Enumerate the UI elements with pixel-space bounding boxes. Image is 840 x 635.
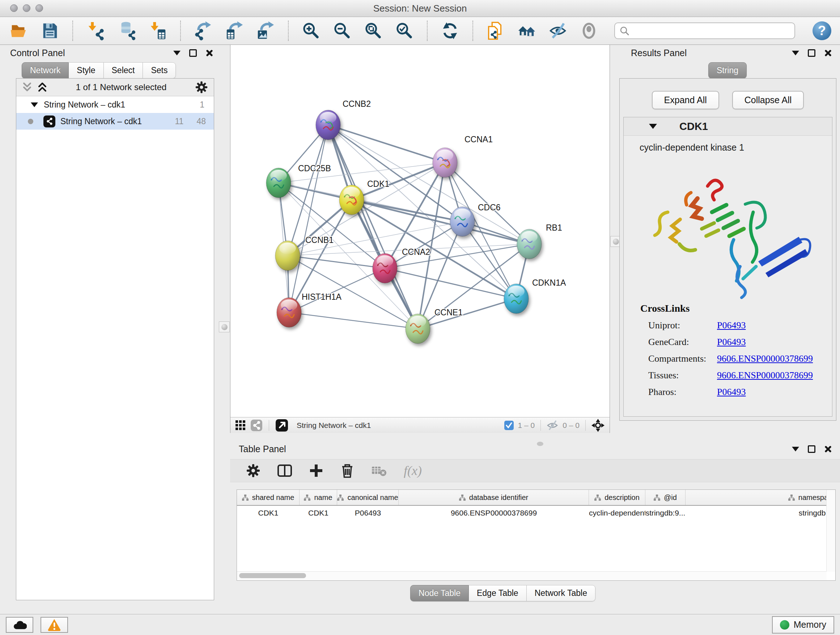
- search-input[interactable]: [630, 25, 790, 36]
- graph-edge[interactable]: [385, 222, 462, 268]
- network-mode-icon[interactable]: [251, 420, 262, 431]
- tab-network-table[interactable]: Network Table: [527, 585, 595, 601]
- graph-edge[interactable]: [289, 268, 385, 312]
- tab-sets[interactable]: Sets: [143, 62, 176, 79]
- graph-edge[interactable]: [328, 125, 418, 329]
- table-settings-gear-icon[interactable]: [246, 463, 261, 478]
- select-columns-icon[interactable]: [277, 463, 292, 478]
- graph-node-CDKN1A[interactable]: [504, 284, 529, 314]
- panel-float-icon[interactable]: [792, 447, 799, 451]
- table-cell[interactable]: CDK1: [300, 506, 337, 521]
- graph-edge[interactable]: [289, 125, 328, 312]
- grid-mode-icon[interactable]: [235, 420, 246, 431]
- horizontal-scrollbar[interactable]: [237, 571, 827, 580]
- tab-network[interactable]: Network: [22, 62, 69, 79]
- column-header-canonical-name[interactable]: canonical name: [337, 490, 399, 505]
- graph-node-HIST1H1A[interactable]: [277, 298, 302, 327]
- collapse-all-icon[interactable]: [22, 82, 32, 93]
- table-cell[interactable]: P06493: [337, 506, 399, 521]
- graph-node-CCNB2[interactable]: [316, 110, 340, 140]
- column-header-name[interactable]: name: [300, 490, 337, 505]
- table-cell[interactable]: stringdb:9...: [645, 506, 685, 521]
- column-header--id[interactable]: @id: [645, 490, 685, 505]
- network-graph[interactable]: CCNB2CCNA1CDC25BCDK1CDC6RB1CCNB1CCNA2CDK…: [231, 45, 609, 417]
- tab-node-table[interactable]: Node Table: [410, 585, 469, 601]
- expand-all-icon[interactable]: [37, 82, 47, 93]
- open-session-button[interactable]: [9, 21, 29, 41]
- export-network-file-button[interactable]: [193, 21, 213, 41]
- left-splitter-handle[interactable]: [219, 321, 230, 333]
- table-cell[interactable]: 9606.ENSP00000378699: [399, 506, 589, 521]
- network-view[interactable]: CCNB2CCNA1CDC25BCDK1CDC6RB1CCNB1CCNA2CDK…: [230, 45, 610, 433]
- graph-node-CCNE1[interactable]: [406, 314, 430, 344]
- column-header-description[interactable]: description: [589, 490, 645, 505]
- gene-section-header[interactable]: CDK1: [624, 117, 832, 136]
- graph-edge[interactable]: [289, 312, 418, 329]
- add-column-icon[interactable]: [309, 463, 324, 478]
- cloud-status-button[interactable]: [6, 617, 33, 633]
- graph-node-CDC25B[interactable]: [266, 168, 291, 198]
- tab-select[interactable]: Select: [104, 62, 143, 79]
- zoom-out-button[interactable]: [332, 21, 352, 41]
- import-network-file-button[interactable]: [85, 21, 106, 41]
- birds-eye-view-icon[interactable]: [592, 419, 605, 432]
- export-table-file-button[interactable]: [224, 21, 245, 41]
- show-all-button[interactable]: [579, 21, 599, 41]
- collapse-all-button[interactable]: Collapse All: [732, 91, 804, 109]
- clone-network-button[interactable]: [485, 21, 506, 41]
- vertical-scrollbar[interactable]: [826, 490, 835, 572]
- table-cell[interactable]: CDK1: [237, 506, 300, 521]
- panel-close-icon[interactable]: [205, 49, 213, 57]
- graph-node-CCNA2[interactable]: [373, 253, 397, 283]
- memory-button[interactable]: Memory: [772, 616, 834, 633]
- node-table-row[interactable]: CDK1CDK1P064939606.ENSP00000378699cyclin…: [237, 506, 835, 521]
- panel-maximize-icon[interactable]: [808, 49, 815, 57]
- panel-maximize-icon[interactable]: [808, 445, 815, 453]
- graph-node-RB1[interactable]: [517, 229, 542, 259]
- tree-expander-icon[interactable]: [31, 103, 38, 107]
- warnings-button[interactable]: [41, 617, 68, 633]
- column-header-namespace[interactable]: namespace: [685, 490, 836, 505]
- crosslink-link[interactable]: P06493: [717, 337, 745, 348]
- open-in-window-icon[interactable]: [276, 419, 288, 432]
- import-network-database-button[interactable]: [117, 21, 137, 41]
- expand-all-button[interactable]: Expand All: [652, 91, 719, 109]
- help-button[interactable]: ?: [813, 21, 831, 40]
- scrollbar-thumb[interactable]: [239, 573, 306, 578]
- graph-node-CCNA1[interactable]: [433, 148, 457, 177]
- graph-node-CDK1[interactable]: [339, 185, 364, 215]
- hide-selected-button[interactable]: [548, 21, 568, 41]
- graph-node-CDC6[interactable]: [450, 207, 475, 236]
- panel-float-icon[interactable]: [792, 51, 799, 55]
- zoom-selected-button[interactable]: [394, 21, 415, 41]
- network-collection-row[interactable]: String Network – cdk1 1: [16, 96, 214, 113]
- import-table-file-button[interactable]: [148, 21, 168, 41]
- network-row-selected[interactable]: String Network – cdk1 11 48: [16, 113, 214, 130]
- crosslink-link[interactable]: 9606.ENSP00000378699: [717, 370, 813, 381]
- tab-string[interactable]: String: [708, 62, 747, 79]
- save-session-button[interactable]: [40, 21, 60, 41]
- export-image-button[interactable]: [256, 21, 276, 41]
- panel-close-icon[interactable]: [824, 49, 832, 57]
- table-cell[interactable]: cyclin-dependent ...: [589, 506, 645, 521]
- panel-maximize-icon[interactable]: [189, 49, 197, 57]
- refresh-button[interactable]: [440, 21, 460, 41]
- zoom-fit-button[interactable]: [363, 21, 384, 41]
- graph-edge[interactable]: [418, 299, 516, 329]
- panel-close-icon[interactable]: [824, 445, 832, 453]
- crosslink-link[interactable]: P06493: [717, 386, 745, 397]
- column-header-database-identifier[interactable]: database identifier: [399, 490, 589, 505]
- table-cell[interactable]: stringdb: [685, 506, 836, 521]
- first-neighbors-button[interactable]: [516, 21, 537, 41]
- graph-edge[interactable]: [328, 125, 529, 244]
- crosslink-link[interactable]: P06493: [717, 320, 745, 331]
- delete-column-icon[interactable]: [340, 463, 355, 478]
- column-header-shared-name[interactable]: shared name: [237, 490, 300, 505]
- graph-edge[interactable]: [328, 125, 445, 163]
- panel-float-icon[interactable]: [173, 51, 180, 55]
- graph-edge[interactable]: [287, 256, 385, 268]
- graph-node-CCNB1[interactable]: [275, 241, 300, 271]
- tab-style[interactable]: Style: [69, 62, 103, 79]
- graph-edge[interactable]: [385, 268, 516, 299]
- crosslink-link[interactable]: 9606.ENSP00000378699: [717, 353, 813, 364]
